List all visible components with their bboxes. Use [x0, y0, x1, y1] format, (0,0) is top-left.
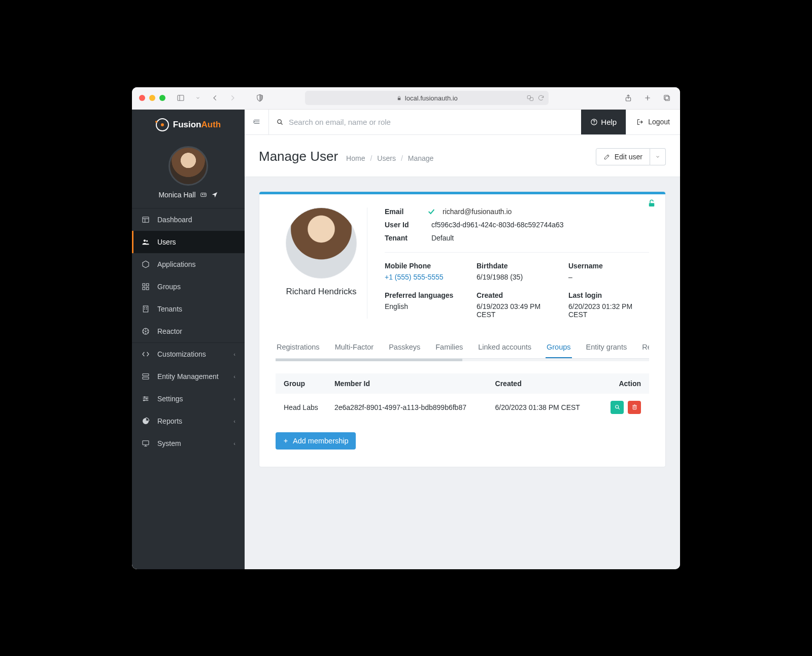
- new-tab-icon[interactable]: [641, 92, 654, 104]
- sliders-icon: [141, 395, 150, 403]
- col-created: Created: [490, 373, 598, 394]
- search-input[interactable]: [289, 118, 574, 126]
- groups-table: Group Member Id Created Action Head Labs: [276, 373, 649, 421]
- svg-point-47: [594, 123, 594, 124]
- tab-groups[interactable]: Groups: [546, 337, 572, 358]
- sidebar-item-applications[interactable]: Applications: [132, 253, 245, 275]
- logo-mark-icon: [156, 118, 169, 131]
- svg-rect-9: [664, 95, 669, 100]
- add-membership-button[interactable]: Add membership: [276, 432, 356, 450]
- unlock-icon[interactable]: [647, 199, 656, 208]
- content: Richard Hendricks Email richard@fusionau…: [245, 177, 680, 569]
- svg-point-35: [144, 396, 146, 398]
- breadcrumb-item[interactable]: Home: [346, 154, 365, 162]
- window-close-icon[interactable]: [139, 95, 145, 101]
- add-membership-label: Add membership: [293, 437, 349, 445]
- svg-rect-38: [143, 440, 149, 444]
- users-icon: [141, 238, 150, 246]
- delete-action-button[interactable]: [628, 401, 641, 414]
- brand-part2: Auth: [201, 120, 221, 129]
- sidebar-item-reactor[interactable]: Reactor: [132, 320, 245, 342]
- tenants-icon: [141, 305, 150, 313]
- main-area: Help Logout Manage User Home / Users / M…: [245, 110, 680, 569]
- tab-registrations[interactable]: Registrations: [276, 337, 321, 358]
- logout-label: Logout: [648, 118, 670, 126]
- tabs-scrollbar[interactable]: [276, 359, 649, 361]
- tabs: Registrations Multi-Factor Passkeys Fami…: [276, 337, 649, 359]
- avatar[interactable]: [168, 146, 208, 186]
- tab-multi-factor[interactable]: Multi-Factor: [334, 337, 375, 358]
- view-action-button[interactable]: [611, 401, 624, 414]
- svg-point-44: [278, 119, 282, 123]
- tab-linked-accounts[interactable]: Linked accounts: [477, 337, 532, 358]
- shield-icon[interactable]: [254, 92, 266, 104]
- browser-url-bar[interactable]: local.fusionauth.io: [305, 91, 549, 105]
- svg-point-36: [146, 398, 148, 399]
- sidebar-item-users[interactable]: Users: [132, 231, 245, 253]
- col-group: Group: [276, 373, 329, 394]
- tenant-value: Default: [431, 234, 454, 242]
- field-mobile-phone: Mobile Phone +1 (555) 555-5555: [385, 262, 465, 281]
- logout-button[interactable]: Logout: [626, 110, 680, 134]
- svg-rect-22: [146, 287, 149, 290]
- sidebar-item-customizations[interactable]: Customizations ‹: [132, 343, 245, 365]
- dashboard-icon: [141, 216, 150, 224]
- brand-logo[interactable]: FusionAuth: [132, 110, 245, 140]
- search-icon: [276, 118, 284, 126]
- chevron-left-icon: ‹: [233, 396, 235, 402]
- collapse-sidebar-icon[interactable]: [245, 110, 269, 134]
- translate-icon[interactable]: [527, 94, 534, 102]
- sidebar-item-reports[interactable]: Reports ‹: [132, 410, 245, 432]
- svg-point-29: [145, 330, 147, 332]
- chevron-down-icon[interactable]: [192, 92, 204, 104]
- sidebar-item-settings[interactable]: Settings ‹: [132, 388, 245, 410]
- sidebar-item-dashboard[interactable]: Dashboard: [132, 209, 245, 231]
- tab-overflow[interactable]: Re: [641, 337, 649, 358]
- app-root: FusionAuth Monica Hall Dashboard Users: [132, 110, 680, 569]
- reactor-icon: [141, 327, 150, 335]
- userid-label: User Id: [385, 221, 420, 229]
- sidebar-item-system[interactable]: System ‹: [132, 432, 245, 455]
- help-button[interactable]: Help: [581, 110, 626, 134]
- reload-icon[interactable]: [537, 94, 545, 102]
- window-minimize-icon[interactable]: [149, 95, 155, 101]
- svg-point-18: [146, 240, 148, 241]
- sidebar-profile: Monica Hall: [132, 140, 245, 208]
- tabs-icon[interactable]: [661, 92, 673, 104]
- edit-user-button[interactable]: Edit user: [596, 148, 650, 165]
- chevron-left-icon: ‹: [233, 351, 235, 357]
- svg-rect-23: [143, 306, 148, 312]
- sidebar-item-label: Dashboard: [157, 216, 192, 224]
- id-card-icon[interactable]: [200, 191, 207, 198]
- cell-created: 6/20/2023 01:38 PM CEST: [490, 394, 598, 421]
- svg-rect-20: [146, 284, 149, 286]
- tab-passkeys[interactable]: Passkeys: [388, 337, 421, 358]
- sidebar-item-label: Groups: [157, 283, 181, 291]
- svg-point-11: [202, 194, 203, 195]
- svg-point-37: [143, 400, 145, 401]
- chart-icon: [141, 417, 150, 425]
- chevron-left-icon: ‹: [233, 440, 235, 446]
- mobile-phone-link[interactable]: +1 (555) 555-5555: [385, 273, 444, 281]
- tab-entity-grants[interactable]: Entity grants: [585, 337, 628, 358]
- sidebar-item-tenants[interactable]: Tenants: [132, 298, 245, 320]
- tab-families[interactable]: Families: [434, 337, 464, 358]
- edit-user-dropdown[interactable]: [650, 148, 666, 165]
- nav-back-icon[interactable]: [209, 92, 221, 104]
- svg-rect-26: [144, 308, 145, 309]
- email-value: richard@fusionauth.io: [443, 208, 512, 216]
- svg-rect-50: [649, 203, 655, 206]
- sidebar-toggle-icon[interactable]: [175, 92, 187, 104]
- field-birthdate: Birthdate 6/19/1988 (35): [477, 262, 557, 281]
- nav-forward-icon[interactable]: [226, 92, 239, 104]
- breadcrumb-item[interactable]: Users: [377, 154, 396, 162]
- window-maximize-icon[interactable]: [159, 95, 165, 101]
- share-icon[interactable]: [622, 92, 634, 104]
- breadcrumb-item: Manage: [408, 154, 434, 162]
- browser-toolbar: local.fusionauth.io: [132, 87, 680, 110]
- svg-rect-14: [143, 217, 149, 222]
- sidebar-item-groups[interactable]: Groups: [132, 275, 245, 298]
- location-icon[interactable]: [211, 191, 218, 198]
- header-actions: Edit user: [596, 148, 666, 165]
- sidebar-item-entity-management[interactable]: Entity Management ‹: [132, 365, 245, 388]
